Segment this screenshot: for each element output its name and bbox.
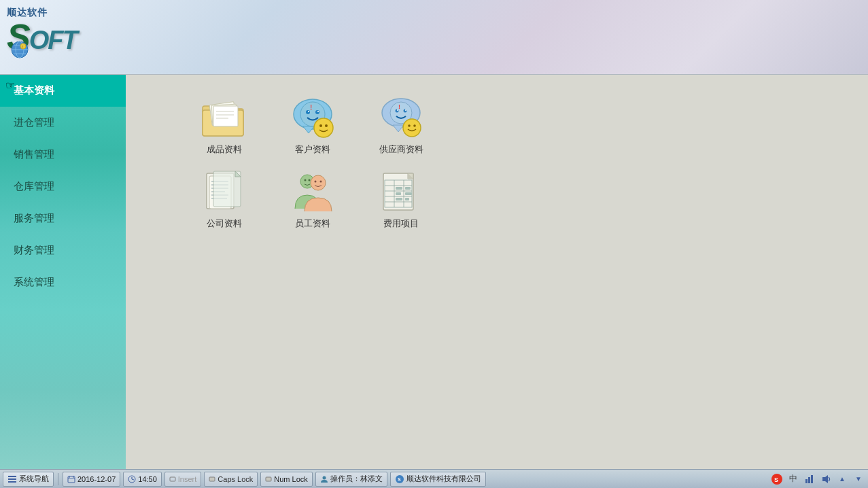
globe-icon: ! <box>11 41 29 58</box>
svg-rect-68 <box>396 198 402 201</box>
taskbar-divider-1 <box>58 473 58 485</box>
tray-ime-icon[interactable]: 中 <box>786 472 800 486</box>
svg-rect-72 <box>8 481 16 483</box>
taskbar-tray: S 中 ▲ ▼ <box>770 472 865 486</box>
header: 顺达软件 SOFT ! <box>0 0 868 75</box>
num-lock-icon <box>265 476 272 483</box>
taskbar-num-lock: Num Lock <box>260 472 313 487</box>
caps-lock-icon <box>209 476 215 483</box>
tray-arrow2-icon[interactable]: ▼ <box>852 472 865 486</box>
taskbar-insert: Insert <box>164 472 202 487</box>
customer-icon: ! <box>289 95 336 139</box>
calendar-icon <box>67 475 75 483</box>
svg-rect-67 <box>405 192 412 195</box>
svg-rect-65 <box>405 187 411 190</box>
svg-rect-12 <box>213 106 238 126</box>
svg-point-49 <box>311 175 326 190</box>
tray-sound-icon[interactable] <box>819 472 833 486</box>
taskbar-operator: 操作员：林添文 <box>315 472 387 487</box>
logo-area: 顺达软件 SOFT ! <box>7 7 77 54</box>
expense-icon <box>377 169 425 213</box>
svg-point-33 <box>405 109 406 111</box>
svg-line-79 <box>132 479 134 480</box>
svg-rect-66 <box>396 192 401 195</box>
icon-row-2: 公司资料 <box>139 169 854 230</box>
svg-point-51 <box>309 179 311 181</box>
nav-icon <box>7 474 17 484</box>
icon-row-1: 成品资料 <box>139 95 854 156</box>
employee-icon <box>289 169 336 213</box>
svg-text:S: S <box>774 476 778 483</box>
company-logo-icon: S <box>395 474 404 484</box>
svg-rect-81 <box>209 477 215 481</box>
svg-point-36 <box>408 124 411 127</box>
svg-rect-82 <box>266 477 271 481</box>
svg-rect-80 <box>170 477 175 481</box>
icon-item-expense[interactable]: 费用项目 <box>370 169 432 230</box>
sidebar-item-service[interactable]: 服务管理 <box>0 203 126 234</box>
svg-point-83 <box>322 476 326 479</box>
taskbar-company: S 顺达软件科技有限公司 <box>390 472 486 487</box>
svg-marker-28 <box>393 125 404 132</box>
content-area: 成品资料 <box>126 75 868 469</box>
svg-point-50 <box>305 179 307 181</box>
icon-item-company[interactable]: 公司资料 <box>194 169 255 230</box>
icon-item-employee[interactable]: 员工资料 <box>282 169 343 230</box>
supplier-icon: ! <box>377 95 425 139</box>
svg-rect-88 <box>805 479 808 483</box>
company-icon <box>201 169 248 213</box>
tray-s-icon[interactable]: S <box>770 472 784 486</box>
supplier-label: 供应商资料 <box>379 143 423 156</box>
sidebar-item-sales[interactable]: 销售管理 <box>0 139 126 171</box>
svg-marker-91 <box>822 475 828 483</box>
sidebar: ☞ 基本资料 进仓管理 销售管理 仓库管理 服务管理 财务管理 系统管理 <box>0 75 126 469</box>
icon-item-customer[interactable]: ! 客户资料 <box>282 95 343 156</box>
icon-item-products[interactable]: 成品资料 <box>194 95 255 156</box>
expense-label: 费用项目 <box>383 217 419 230</box>
svg-rect-71 <box>8 478 16 480</box>
svg-point-52 <box>315 181 317 183</box>
taskbar-time: 14:50 <box>123 472 162 487</box>
svg-text:!: ! <box>398 103 400 110</box>
svg-text:!: ! <box>310 104 312 111</box>
svg-point-53 <box>320 181 322 183</box>
svg-marker-17 <box>303 126 314 133</box>
svg-point-26 <box>325 124 328 127</box>
taskbar-nav-button[interactable]: 系统导航 <box>3 472 54 487</box>
svg-text:S: S <box>398 477 401 482</box>
tray-network-icon[interactable] <box>803 472 816 486</box>
keyboard-icon <box>169 476 176 483</box>
clock-icon <box>128 475 136 483</box>
person-icon <box>320 475 328 483</box>
svg-rect-70 <box>8 476 16 477</box>
main-layout: ☞ 基本资料 进仓管理 销售管理 仓库管理 服务管理 财务管理 系统管理 <box>0 75 868 469</box>
products-label: 成品资料 <box>207 143 242 156</box>
products-icon <box>201 95 248 139</box>
taskbar-caps-lock: Caps Lock <box>204 472 258 487</box>
tray-arrow1-icon[interactable]: ▲ <box>835 472 849 486</box>
svg-point-25 <box>319 124 322 127</box>
svg-point-24 <box>314 118 333 137</box>
svg-point-37 <box>413 124 416 127</box>
svg-rect-64 <box>396 187 402 190</box>
svg-point-20 <box>315 110 319 114</box>
sidebar-item-warehouse[interactable]: 仓库管理 <box>0 171 126 203</box>
svg-rect-69 <box>405 198 409 201</box>
customer-label: 客户资料 <box>295 143 330 156</box>
icon-item-supplier[interactable]: ! 供应商资料 <box>370 95 432 156</box>
svg-point-35 <box>403 119 421 137</box>
sidebar-item-basic[interactable]: 基本资料 <box>0 75 126 107</box>
taskbar-date: 2016-12-07 <box>63 472 120 487</box>
svg-rect-89 <box>808 477 810 483</box>
svg-point-21 <box>308 111 309 112</box>
sidebar-item-inbound[interactable]: 进仓管理 <box>0 107 126 139</box>
company-label: 公司资料 <box>207 217 242 230</box>
svg-rect-90 <box>811 475 813 483</box>
svg-point-22 <box>317 111 319 112</box>
taskbar: 系统导航 2016-12-07 14:50 Insert Caps Lock <box>0 469 868 488</box>
employee-label: 员工资料 <box>295 217 330 230</box>
sidebar-item-finance[interactable]: 财务管理 <box>0 234 126 266</box>
sidebar-item-system[interactable]: 系统管理 <box>0 266 126 298</box>
svg-point-31 <box>404 109 407 113</box>
